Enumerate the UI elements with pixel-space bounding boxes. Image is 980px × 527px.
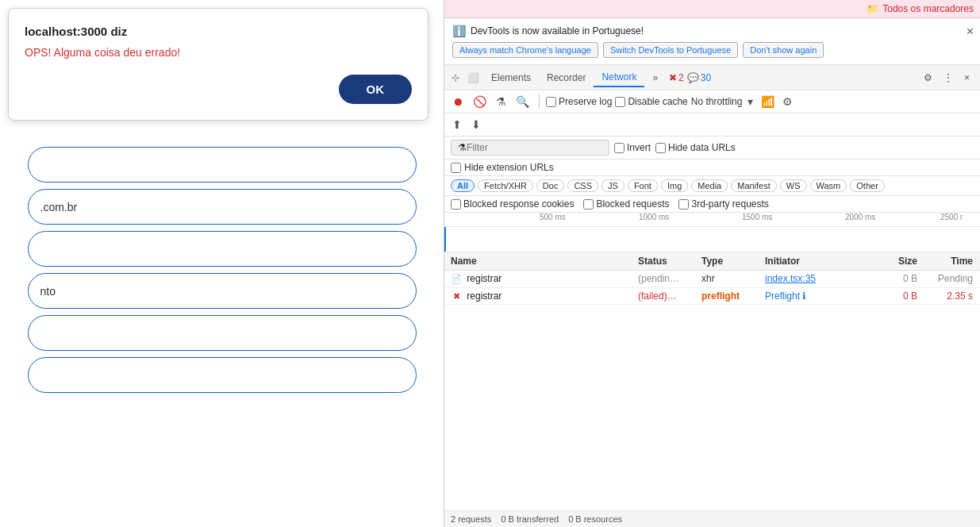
type-btn-fetch-xhr[interactable]: Fetch/XHR [478, 179, 533, 192]
settings-gear-icon[interactable]: ⚙ [920, 71, 936, 85]
type-btn-other[interactable]: Other [850, 179, 885, 192]
col-header-initiator[interactable]: Initiator [762, 256, 873, 267]
type-btn-font[interactable]: Font [628, 179, 658, 192]
lang-notif-row1: ℹ️ DevTools is now available in Portugue… [452, 25, 972, 37]
row1-initiator-link[interactable]: index.tsx:35 [765, 273, 816, 284]
table-row[interactable]: 📄 registrar (pendin… xhr index.tsx:35 0 … [444, 271, 980, 288]
type-btn-wasm[interactable]: Wasm [810, 179, 847, 192]
timeline-mark-500: 500 ms [540, 213, 566, 221]
separator1 [539, 94, 540, 109]
row1-name: 📄 registrar [444, 273, 635, 285]
input-field-3[interactable] [28, 231, 417, 267]
input-field-6[interactable] [28, 357, 417, 393]
row1-time: Pending [920, 273, 976, 284]
hide-data-label: Hide data URLs [668, 142, 736, 153]
blocked-cookies-label: Blocked response cookies [463, 198, 574, 210]
type-btn-doc[interactable]: Doc [536, 179, 565, 192]
third-party-requests-item: 3rd-party requests [678, 198, 768, 210]
chat-icon: 💬 [687, 72, 699, 83]
disable-cache-checkbox[interactable] [615, 97, 625, 107]
input-field-4[interactable]: nto [28, 273, 417, 309]
row2-size: 0 B [873, 290, 920, 302]
timeline-ruler: 500 ms 1000 ms 1500 ms 2000 ms 2500 r [444, 213, 980, 227]
row1-name-text: registrar [467, 273, 502, 284]
messages-badge: 💬 30 [687, 72, 711, 83]
input-field-5[interactable] [28, 315, 417, 351]
preflight-info-icon: ℹ [802, 290, 806, 302]
tab-recorder[interactable]: Recorder [539, 69, 594, 87]
error-icon: ✖ [451, 290, 462, 302]
blocked-response-cookies-item: Blocked response cookies [451, 198, 574, 210]
wifi-icon-button[interactable]: 📶 [759, 94, 777, 110]
clear-button[interactable]: 🚫 [470, 94, 490, 110]
status-bar: 2 requests 0 B transferred 0 B resources [444, 510, 980, 527]
devtools-settings-row: ⚙ ⋮ × [920, 71, 977, 85]
lang-notif-message: DevTools is now available in Portuguese! [471, 25, 644, 37]
lang-notification: ℹ️ DevTools is now available in Portugue… [444, 18, 980, 65]
left-panel: localhost:3000 diz OPS! Alguma coisa deu… [0, 0, 444, 527]
table-row[interactable]: ✖ registrar (failed)… preflight Prefligh… [444, 288, 980, 306]
close-devtools-button[interactable]: × [960, 71, 974, 85]
type-btn-media[interactable]: Media [691, 179, 728, 192]
hide-data-checkbox[interactable] [655, 143, 666, 153]
preserve-log-label: Preserve log [559, 96, 612, 107]
col-header-time[interactable]: Time [920, 256, 976, 267]
blocked-requests-checkbox[interactable] [583, 199, 594, 210]
more-options-icon[interactable]: ⋮ [940, 71, 957, 85]
tab-more[interactable]: » [644, 69, 666, 87]
third-party-checkbox[interactable] [678, 199, 689, 210]
disable-cache-wrap: Disable cache [615, 96, 687, 107]
dont-show-button[interactable]: Don't show again [743, 42, 824, 58]
filter-icon: ⚗ [458, 142, 467, 153]
network-settings-button[interactable]: ⚙ [780, 94, 795, 110]
tab-network[interactable]: Network [594, 68, 644, 87]
search-button[interactable]: 🔍 [513, 94, 532, 110]
close-notif-button[interactable]: × [967, 25, 974, 39]
blocked-cookies-checkbox[interactable] [451, 199, 461, 210]
hide-data-urls-wrap: Hide data URLs [655, 142, 736, 153]
col-header-size[interactable]: Size [873, 256, 920, 267]
type-btn-js[interactable]: JS [601, 179, 625, 192]
col-header-status[interactable]: Status [635, 256, 698, 267]
filter-input[interactable] [467, 142, 602, 153]
import-har-button[interactable]: ⬆ [449, 117, 465, 133]
row1-initiator: index.tsx:35 [762, 273, 873, 284]
col-header-type[interactable]: Type [698, 256, 762, 267]
invert-checkbox[interactable] [614, 143, 625, 153]
timeline-mark-1000: 1000 ms [639, 213, 669, 221]
dialog-box: localhost:3000 diz OPS! Alguma coisa deu… [8, 8, 429, 121]
type-btn-ws[interactable]: WS [780, 179, 807, 192]
row2-time: 2.35 s [920, 290, 976, 302]
switch-devtools-button[interactable]: Switch DevTools to Portuguese [603, 42, 738, 58]
type-btn-css[interactable]: CSS [567, 179, 598, 192]
row2-initiator-text: Preflight [765, 290, 800, 302]
tab-elements[interactable]: Elements [483, 69, 539, 87]
filter-search: ⚗ [451, 140, 609, 156]
inspect-icon-button[interactable]: ⊹ [448, 71, 463, 85]
disable-cache-label: Disable cache [628, 96, 687, 107]
col-header-name[interactable]: Name [444, 256, 635, 267]
hide-ext-checkbox[interactable] [451, 163, 461, 173]
record-button[interactable]: ⏺ [449, 94, 467, 110]
type-btn-manifest[interactable]: Manifest [731, 179, 777, 192]
device-icon-button[interactable]: ⬜ [463, 71, 483, 85]
bookmarks-label: Todos os marcadores [882, 3, 974, 14]
bookmarks-button[interactable]: 📁 Todos os marcadores [867, 3, 974, 14]
doc-icon: 📄 [451, 274, 462, 285]
filter-button[interactable]: ⚗ [493, 94, 509, 110]
match-language-button[interactable]: Always match Chrome's language [452, 42, 598, 58]
throttle-dropdown-button[interactable]: ▾ [745, 94, 755, 110]
blocked-requests-label: Blocked requests [596, 198, 669, 210]
type-btn-all[interactable]: All [451, 179, 475, 192]
type-btn-img[interactable]: Img [661, 179, 688, 192]
input-field-2[interactable]: .com.br [28, 189, 417, 225]
export-har-button[interactable]: ⬇ [468, 117, 484, 133]
dialog-ok-button[interactable]: OK [339, 75, 413, 104]
table-header: Name Status Type Initiator Size Time [444, 252, 980, 271]
input-field-1[interactable] [28, 147, 417, 183]
preserve-log-checkbox[interactable] [546, 97, 556, 107]
row2-name: ✖ registrar [444, 290, 635, 302]
timeline-container: 500 ms 1000 ms 1500 ms 2000 ms 2500 r [444, 213, 980, 252]
timeline-mark-2500: 2500 r [940, 213, 963, 221]
devtools-panel: 📁 Todos os marcadores ℹ️ DevTools is now… [444, 0, 980, 527]
